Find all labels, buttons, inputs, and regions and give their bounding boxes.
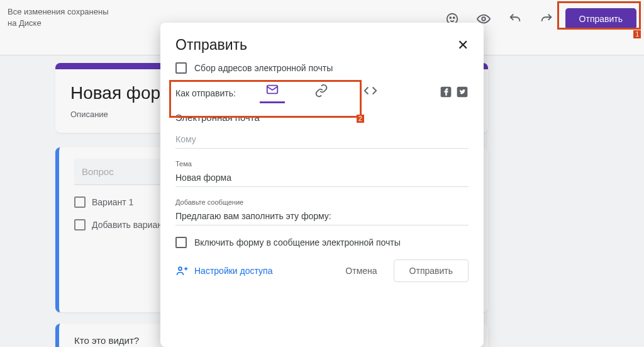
tab-link-icon[interactable] — [309, 84, 334, 103]
svg-point-1 — [450, 17, 451, 18]
redo-icon[interactable] — [534, 6, 559, 31]
save-status: Все изменения сохранены на Диске — [8, 6, 109, 29]
share-settings-label: Настройки доступа — [194, 266, 272, 276]
twitter-icon[interactable] — [456, 86, 469, 101]
checkbox-icon — [175, 237, 187, 248]
annotation-number-2: 2 — [357, 115, 364, 123]
message-input[interactable] — [175, 207, 469, 225]
svg-point-3 — [482, 17, 486, 21]
subject-label: Тема — [175, 160, 469, 168]
collect-emails-label: Сбор адресов электронной почты — [194, 63, 333, 73]
modal-send-button[interactable]: Отправить — [394, 259, 469, 282]
send-button[interactable]: Отправить — [565, 8, 636, 30]
annotation-number-1: 1 — [633, 30, 641, 38]
message-label: Добавьте сообщение — [175, 198, 469, 206]
send-via-row: 2 Как отправить: — [175, 82, 469, 103]
option-label: Вариант 1 — [92, 197, 133, 207]
share-settings-link[interactable]: Настройки доступа — [175, 265, 272, 277]
send-modal: Отправить ✕ Сбор адресов электронной поч… — [160, 23, 484, 347]
checkbox-icon — [74, 219, 86, 230]
checkbox-icon — [175, 62, 187, 74]
svg-point-2 — [453, 17, 454, 18]
subject-input[interactable] — [175, 169, 469, 187]
svg-point-12 — [179, 267, 182, 270]
send-via-label: Как отправить: — [175, 88, 236, 98]
save-status-line: на Диске — [8, 18, 109, 29]
cancel-button[interactable]: Отмена — [334, 260, 388, 282]
collect-emails-row[interactable]: Сбор адресов электронной почты — [175, 62, 469, 74]
tab-email-icon[interactable] — [260, 82, 285, 103]
email-section-title: Электронная почта — [175, 112, 469, 123]
include-form-row[interactable]: Включить форму в сообщение электронной п… — [175, 237, 469, 248]
undo-icon[interactable] — [502, 6, 528, 31]
include-form-label: Включить форму в сообщение электронной п… — [194, 237, 401, 247]
to-input[interactable] — [175, 130, 469, 149]
close-icon[interactable]: ✕ — [457, 37, 469, 54]
save-status-line: Все изменения сохранены — [8, 6, 109, 18]
facebook-icon[interactable] — [440, 86, 452, 101]
add-option-label: Добавить вариант — [92, 220, 166, 230]
checkbox-icon — [74, 196, 86, 208]
tab-embed-icon[interactable] — [358, 84, 383, 103]
modal-title: Отправить — [175, 37, 247, 54]
